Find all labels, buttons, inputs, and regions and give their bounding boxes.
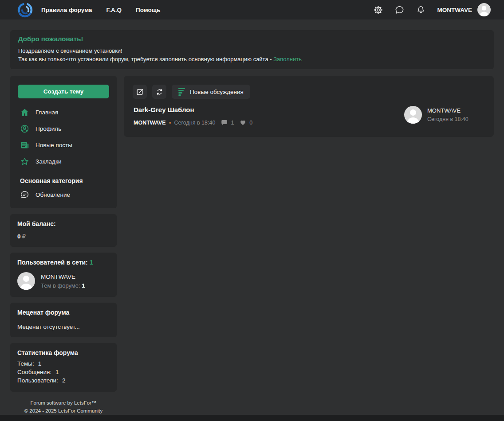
sidebar-item-label: Профиль [35, 125, 61, 132]
sidebar-item-label: Закладки [35, 158, 61, 165]
stats-rows: Темы:1 Сообщения:1 Пользователи:2 [17, 359, 110, 385]
balance-title: Мой баланс: [17, 220, 110, 227]
online-user-topics-count: 1 [82, 282, 85, 289]
sidebar-item-home[interactable]: Главная [18, 104, 109, 121]
sidebar-item-label: Новые посты [35, 142, 72, 148]
topic-meta: MONTWAVE • Сегодня в 18:40 1 0 [134, 119, 252, 126]
patron-title: Меценат форума [17, 309, 110, 316]
topics-panel: Новые обсуждения Dark-Grey Шаблон MONTWA… [124, 76, 494, 137]
navbar-username[interactable]: MONTWAVE [437, 7, 472, 13]
navbar: Правила форума F.A.Q Помощь MONTWAVE [0, 0, 504, 19]
messages-chat-icon[interactable] [395, 5, 404, 15]
refresh-icon [156, 88, 163, 96]
filter-new-discussions-button[interactable]: Новые обсуждения [172, 85, 250, 99]
online-user-info: MONTWAVE Тем в форуме: 1 [41, 273, 85, 289]
forum-footer: Forum software by LetsFor™ © 2024 - 2025… [10, 399, 117, 415]
stats-value: 2 [62, 377, 66, 384]
last-poster-date: Сегодня в 18:40 [427, 116, 469, 122]
home-icon [20, 108, 29, 117]
last-poster-avatar[interactable] [404, 106, 422, 124]
footer-software-line: Forum software by LetsFor™ [10, 399, 117, 407]
online-users-title-text: Пользователей в сети: [17, 259, 88, 266]
welcome-line2-text: Так как вы только-что установили форум, … [18, 56, 273, 62]
balance-value: 0₽ [17, 233, 110, 240]
sidebar-item-update[interactable]: Обновление [18, 187, 109, 203]
stats-row-topics: Темы:1 [17, 359, 110, 368]
user-icon [20, 124, 29, 133]
sidebar-item-bookmarks[interactable]: Закладки [18, 153, 109, 170]
comments-icon [221, 119, 228, 126]
balance-panel: Мой баланс: 0₽ [10, 214, 117, 247]
forum-logo-icon[interactable] [17, 2, 33, 18]
topics-toolbar: Новые обсуждения [133, 85, 485, 99]
likes-heart-icon [240, 119, 246, 126]
pencil-square-icon [136, 88, 144, 96]
sort-lines-icon [178, 88, 185, 96]
main-column: Новые обсуждения Dark-Grey Шаблон MONTWA… [124, 76, 494, 137]
refresh-button[interactable] [152, 85, 166, 99]
nav-link-faq[interactable]: F.A.Q [106, 7, 122, 13]
nav-right: MONTWAVE [362, 3, 491, 16]
patron-text: Меценат отсутствует... [17, 324, 110, 330]
stats-value: 1 [38, 360, 42, 367]
stats-value: 1 [55, 369, 59, 375]
compose-button[interactable] [133, 85, 147, 99]
patron-panel: Меценат форума Меценат отсутствует... [10, 303, 117, 337]
footer-copyright-line: © 2024 - 2025 LetsFor Community [10, 407, 117, 415]
sidebar-nav-panel: Создать тему Главная П [10, 76, 117, 208]
nav-links: Правила форума F.A.Q Помощь [41, 7, 161, 13]
sidebar-menu: Главная Профиль [18, 104, 109, 170]
stats-panel: Статистика форума Темы:1 Сообщения:1 Пол… [10, 343, 117, 392]
stats-row-users: Пользователи:2 [17, 376, 110, 385]
topic-date: Сегодня в 18:40 [174, 120, 216, 126]
star-icon [20, 157, 29, 166]
newspaper-icon [20, 140, 29, 150]
online-user-topics: Тем в форуме: 1 [41, 282, 85, 289]
online-users-title: Пользователей в сети: 1 [17, 259, 110, 266]
topic-row[interactable]: Dark-Grey Шаблон MONTWAVE • Сегодня в 18… [133, 106, 485, 126]
stats-label: Сообщения: [17, 369, 51, 375]
content: Создать тему Главная П [10, 76, 494, 415]
last-poster-name[interactable]: MONTWAVE [427, 107, 469, 114]
online-users-count: 1 [90, 259, 93, 266]
author-rank-dot: • [169, 120, 171, 126]
topic-last-post: MONTWAVE Сегодня в 18:40 [404, 106, 484, 124]
filter-label: Новые обсуждения [190, 89, 244, 95]
topic-likes-count: 0 [249, 120, 252, 126]
sidebar-item-profile[interactable]: Профиль [18, 121, 109, 137]
navbar-avatar[interactable] [477, 3, 491, 16]
sidebar-item-label: Обновление [35, 191, 70, 198]
topic-title[interactable]: Dark-Grey Шаблон [134, 106, 252, 113]
nav-link-rules[interactable]: Правила форума [41, 7, 92, 13]
online-users-panel: Пользователей в сети: 1 MONTWAVE Тем в ф… [10, 253, 117, 297]
welcome-line1: Поздравляем с окончанием установки! [18, 47, 486, 55]
stats-label: Темы: [17, 360, 34, 367]
fill-info-link[interactable]: Заполнить [273, 56, 302, 62]
sidebar-item-new-posts[interactable]: Новые посты [18, 137, 109, 153]
nav-link-help[interactable]: Помощь [136, 7, 161, 13]
online-user-name[interactable]: MONTWAVE [41, 273, 85, 280]
last-poster-info: MONTWAVE Сегодня в 18:40 [427, 107, 469, 122]
stats-row-messages: Сообщения:1 [17, 368, 110, 376]
page: Правила форума F.A.Q Помощь MONTWAVE [0, 0, 504, 415]
balance-amount: 0 [17, 233, 21, 240]
online-user-avatar[interactable] [17, 272, 35, 290]
stats-title: Статистика форума [17, 349, 110, 356]
welcome-line2: Так как вы только-что установили форум, … [18, 55, 486, 63]
create-topic-button[interactable]: Создать тему [18, 85, 109, 98]
topic-main: Dark-Grey Шаблон MONTWAVE • Сегодня в 18… [134, 106, 252, 126]
sidebar: Создать тему Главная П [10, 76, 117, 415]
welcome-banner: Добро пожаловать! Поздравляем с окончани… [10, 30, 494, 69]
online-user-topics-label: Тем в форуме: [41, 282, 80, 289]
notifications-bell-icon[interactable] [416, 5, 425, 15]
settings-gear-icon[interactable] [374, 5, 383, 15]
chat-lines-icon [20, 190, 29, 199]
online-user-row[interactable]: MONTWAVE Тем в форуме: 1 [17, 272, 110, 290]
balance-currency: ₽ [22, 233, 26, 240]
sidebar-item-label: Главная [35, 109, 58, 116]
welcome-title: Добро пожаловать! [18, 35, 486, 43]
category-heading: Основная категория [20, 177, 107, 184]
topic-author[interactable]: MONTWAVE [134, 120, 166, 126]
stats-label: Пользователи: [17, 377, 58, 384]
topic-comments-count: 1 [231, 120, 234, 126]
